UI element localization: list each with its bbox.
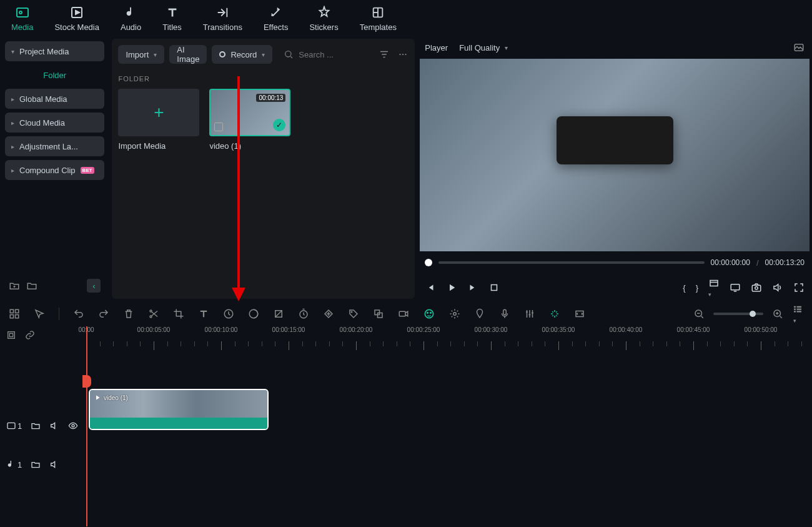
- track-mute-icon[interactable]: [49, 459, 59, 469]
- audio-mix-icon[interactable]: [524, 308, 535, 319]
- picture-icon[interactable]: [793, 42, 805, 53]
- volume-icon[interactable]: [772, 282, 783, 293]
- marker-out-icon[interactable]: }: [696, 283, 698, 293]
- ai-image-label: AI Image: [177, 45, 199, 64]
- tab-transitions[interactable]: Transitions: [198, 3, 247, 34]
- video-track-lane[interactable]: video (1): [86, 389, 812, 430]
- sidebar-cloud-media[interactable]: ▸Cloud Media: [5, 113, 104, 133]
- marker-in-icon[interactable]: {: [683, 283, 685, 293]
- color-icon[interactable]: [248, 308, 259, 319]
- timeline-clip[interactable]: video (1): [89, 389, 269, 430]
- sidebar-global-media[interactable]: ▸Global Media: [5, 89, 104, 109]
- voiceover-icon[interactable]: [499, 308, 510, 319]
- expand-icon[interactable]: [574, 308, 585, 319]
- video-track-icon[interactable]: 1: [6, 421, 22, 431]
- ai-icon[interactable]: [423, 308, 435, 320]
- import-button[interactable]: Import▾: [118, 45, 164, 64]
- camera-icon[interactable]: [398, 308, 409, 319]
- collapse-sidebar-button[interactable]: ‹: [87, 279, 101, 293]
- fullscreen-icon[interactable]: [793, 282, 805, 293]
- speed-icon[interactable]: [223, 308, 234, 319]
- track-visibility-icon[interactable]: [68, 421, 78, 431]
- duration-icon[interactable]: [298, 308, 309, 319]
- tab-titles[interactable]: Titles: [157, 3, 187, 34]
- quality-selector[interactable]: Full Quality▾: [459, 43, 508, 53]
- annotation-arrow: [229, 76, 248, 301]
- search-box[interactable]: [284, 49, 374, 59]
- sidebar-bottom-bar: ‹: [5, 275, 104, 296]
- auto-cut-icon[interactable]: [549, 308, 560, 319]
- undo-icon[interactable]: [73, 308, 84, 319]
- new-folder-icon[interactable]: [9, 280, 20, 291]
- svg-marker-12: [232, 288, 245, 301]
- svg-rect-49: [7, 423, 15, 428]
- zoom-out-icon[interactable]: [693, 308, 705, 319]
- chevron-right-icon: ▸: [11, 143, 14, 150]
- aspect-ratio-icon[interactable]: ▾: [708, 278, 720, 298]
- zoom-slider[interactable]: [713, 313, 763, 315]
- split-icon[interactable]: [148, 308, 159, 319]
- more-icon[interactable]: [397, 49, 408, 60]
- import-media-tile[interactable]: + Import Media: [118, 89, 199, 151]
- next-frame-button[interactable]: [467, 282, 478, 293]
- playhead-dot[interactable]: [425, 259, 432, 266]
- tab-media[interactable]: Media: [6, 3, 38, 34]
- play-button[interactable]: [446, 282, 457, 293]
- tag-icon[interactable]: [348, 308, 359, 319]
- tab-effects[interactable]: Effects: [259, 3, 294, 34]
- timeline-ruler[interactable]: 00:0000:00:05:0000:00:10:0000:00:15:0000…: [86, 326, 812, 350]
- tab-stock-media[interactable]: Stock Media: [49, 3, 104, 34]
- adjust-icon[interactable]: [273, 308, 284, 319]
- filter-icon[interactable]: [379, 49, 390, 60]
- prev-frame-button[interactable]: [425, 282, 436, 293]
- folder-heading: FOLDER: [118, 75, 408, 83]
- delete-folder-icon[interactable]: [26, 280, 37, 291]
- timeline-clip-label: video (1): [104, 394, 128, 401]
- copy-attr-icon[interactable]: [373, 308, 384, 319]
- player-progress-bar[interactable]: [438, 261, 704, 264]
- text-icon[interactable]: [198, 308, 209, 319]
- svg-rect-15: [710, 280, 718, 286]
- marker-icon[interactable]: [474, 308, 485, 319]
- snapshot-icon[interactable]: [751, 282, 762, 293]
- track-folder-icon[interactable]: [31, 459, 41, 469]
- keyframe-icon[interactable]: [323, 308, 334, 319]
- record-button[interactable]: Record▾: [212, 45, 272, 64]
- timeline-playhead[interactable]: [86, 326, 87, 526]
- time-separator: /: [756, 258, 759, 268]
- sidebar-compound-clip[interactable]: ▸Compound ClipBET: [5, 160, 104, 180]
- audio-icon: [124, 5, 139, 20]
- film-icon: [214, 123, 223, 131]
- audio-track-number: 1: [17, 460, 22, 469]
- tab-templates[interactable]: Templates: [355, 3, 402, 34]
- svg-point-10: [405, 54, 407, 55]
- zoom-in-icon[interactable]: [772, 308, 783, 319]
- track-mute-icon[interactable]: [49, 421, 59, 431]
- link-icon[interactable]: [25, 330, 35, 340]
- crop-icon[interactable]: [173, 308, 184, 319]
- search-input[interactable]: [299, 50, 374, 59]
- effects-tl-icon[interactable]: [449, 308, 460, 319]
- svg-rect-37: [503, 309, 507, 314]
- layout-icon[interactable]: [9, 308, 20, 319]
- audio-track-icon[interactable]: 1: [6, 459, 22, 469]
- redo-icon[interactable]: [98, 308, 109, 319]
- delete-icon[interactable]: [123, 308, 134, 319]
- svg-point-1: [19, 11, 22, 14]
- stickers-icon: [317, 5, 332, 20]
- media-clip-tile[interactable]: 00:00:13 ✓ video (1): [209, 89, 290, 151]
- track-folder-icon[interactable]: [31, 421, 41, 431]
- svg-point-34: [427, 313, 428, 314]
- tab-stickers[interactable]: Stickers: [304, 3, 343, 34]
- player-viewport[interactable]: [420, 59, 810, 251]
- stop-button[interactable]: [488, 282, 500, 293]
- sidebar-folder[interactable]: Folder: [5, 65, 104, 85]
- timeline-side-icon-1[interactable]: [6, 330, 16, 340]
- sidebar-adjustment-layer[interactable]: ▸Adjustment La...: [5, 136, 104, 156]
- sidebar-project-media[interactable]: ▾Project Media: [5, 41, 104, 61]
- timeline-view-icon[interactable]: ▾: [792, 304, 803, 324]
- ai-image-button[interactable]: AI Image: [169, 45, 207, 64]
- tab-audio[interactable]: Audio: [116, 3, 146, 34]
- pointer-icon[interactable]: [34, 308, 45, 319]
- display-icon[interactable]: [730, 282, 741, 293]
